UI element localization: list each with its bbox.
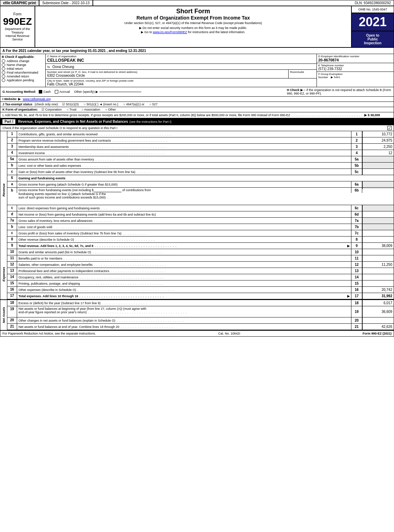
- name-change-label: Name change: [7, 63, 26, 67]
- row-1-num: 1: [7, 131, 17, 137]
- row-9: 9 Total revenue. Add lines 1, 2, 3, 4, 5…: [7, 243, 394, 249]
- row-5a-amount: [362, 156, 394, 162]
- app-pending-circle: [2, 78, 5, 82]
- row-18-num: 18: [7, 300, 17, 306]
- final-return-circle: [2, 71, 5, 74]
- org-name: CELLOSPEAK INC: [47, 58, 315, 63]
- row-7c-num: c: [7, 230, 17, 236]
- row-8-dots: . . . . . . . . . . . . . . . . . . . . …: [75, 238, 348, 241]
- omb-year-block: OMB No. 1545-0047 2021 Open to Public In…: [352, 6, 394, 47]
- form-subtitle: Under section 501(c), 527, or 4947(a)(1)…: [38, 21, 348, 25]
- net-assets-content: 18 Excess or (deficit) for the year (Sub…: [7, 300, 394, 330]
- other-label: Other (specify) ▶: [74, 90, 98, 93]
- omb-number: OMB No. 1545-0047: [352, 6, 394, 13]
- row-17: 17 Total expenses. Add lines 10 through …: [7, 293, 394, 299]
- row-6b-desc1: Gross income from fundraising events (no…: [18, 188, 151, 192]
- street-value: 6302 Crosswoods Circle: [47, 74, 287, 77]
- accrual-label: Accrual: [59, 90, 70, 93]
- row-9-linenum: 9: [351, 243, 362, 249]
- assoc-option: ○ Association: [82, 108, 100, 111]
- l-dots: . . . . . . . . . . . . . . . . . . . . …: [291, 113, 364, 117]
- cash-option: Cash: [39, 90, 51, 93]
- row-4-linenum: 4: [351, 150, 362, 156]
- row-13-desc: Professional fees and other payments to …: [17, 268, 351, 274]
- footer-left: For Paperwork Reduction Act Notice, see …: [2, 332, 96, 335]
- row-17-num: 17: [7, 293, 17, 299]
- expenses-section: Expenses 10 Grants and similar amounts p…: [0, 249, 394, 299]
- row-19-linenum: 19: [351, 306, 362, 317]
- row-6-spacer: [351, 175, 394, 181]
- row-7b: b Less: cost of goods sold . . . . . . .…: [7, 224, 394, 230]
- row-15: 15 Printing, publications, postage, and …: [7, 280, 394, 287]
- row-2-linenum: 2: [351, 137, 362, 143]
- trust-option: ○ Trust: [67, 108, 76, 111]
- row-7a: 7a Gross sales of inventory, less return…: [7, 218, 394, 224]
- other-option: Other (specify) ▶: [74, 90, 141, 93]
- row-6b-dots: . .: [107, 196, 348, 199]
- row-17-linenum: 17: [351, 293, 362, 299]
- row-6c-dots: . . .: [101, 207, 348, 210]
- check-line-row: Check if the organization used Schedule …: [0, 125, 394, 131]
- row-5c-linenum: 5c: [351, 169, 362, 175]
- row-6a-num: a: [7, 181, 17, 187]
- row-7c-linenum: 7c: [351, 230, 362, 236]
- row-6c-num: c: [7, 205, 17, 211]
- row-2-desc: Program service revenue including govern…: [17, 137, 351, 143]
- row-15-desc: Printing, publications, postage, and shi…: [17, 280, 351, 286]
- row-20: 20 Other changes in net assets or fund b…: [7, 317, 394, 324]
- row-9-amount: 38,009: [362, 243, 394, 249]
- dept-line2: Treasury: [11, 31, 23, 34]
- row-14: 14 Occupancy, rent, utilities, and maint…: [7, 274, 394, 280]
- form-page: efile GRAPHIC print Submission Date - 20…: [0, 0, 394, 337]
- row-4-desc: Investment income . . . . . . . . . . . …: [17, 150, 351, 156]
- row-6a: a Gross income from gaming (attach Sched…: [7, 181, 394, 188]
- check-b-block: B Check if applicable: Address change Na…: [0, 54, 46, 87]
- website-row: I Website: ▶ www.cellospeak.org: [0, 97, 394, 102]
- irs-link[interactable]: www.irs.gov/Form990EZ: [153, 30, 187, 34]
- form-number-block: Form 990EZ Department of the Treasury In…: [0, 6, 35, 47]
- row-11-amount: [362, 255, 394, 261]
- tax-year: 2021: [352, 13, 394, 31]
- row-5c-amount: [362, 169, 394, 175]
- part-i-note: (see the instructions for Part I): [129, 120, 172, 123]
- row-6d-amount: [362, 211, 394, 217]
- part-i-header: Part I Revenue, Expenses, and Changes in…: [0, 118, 394, 125]
- row-7a-linenum: 7a: [351, 218, 362, 224]
- row-19: 19 Net assets or fund balances at beginn…: [7, 306, 394, 317]
- row-6c-desc: Less: direct expenses from gaming and fu…: [17, 205, 351, 211]
- row-5b-desc: Less: cost or other basis and sales expe…: [17, 163, 351, 168]
- i-label: I Website: ▶: [2, 97, 21, 101]
- form-label: Form: [13, 12, 21, 16]
- row-5c: c Gain or (loss) from sale of assets oth…: [7, 169, 394, 175]
- net-assets-section: Net Assets 18 Excess or (deficit) for th…: [0, 299, 394, 330]
- j-sub: (check only one):: [35, 103, 59, 106]
- row-6b-desc: Gross income from fundraising events (no…: [17, 188, 351, 200]
- expenses-side-label: Expenses: [2, 267, 6, 282]
- final-return-label: Final return/terminated: [7, 71, 38, 74]
- website-url[interactable]: www.cellospeak.org: [23, 97, 51, 101]
- row-6b-linenum: 6b: [351, 188, 362, 193]
- accrual-option: Accrual: [55, 90, 70, 93]
- form-title-block: Short Form Return of Organization Exempt…: [35, 6, 352, 47]
- row-3: 3 Membership dues and assessments . . . …: [7, 144, 394, 150]
- row-13: 13 Professional fees and other payments …: [7, 268, 394, 274]
- row-17-desc: Total expenses. Add lines 10 through 16 …: [17, 293, 351, 299]
- row-10-desc: Grants and similar amounts paid (list in…: [17, 249, 351, 255]
- row-3-desc: Membership dues and assessments . . . . …: [17, 144, 351, 150]
- row-18: 18 Excess or (deficit) for the year (Sub…: [7, 300, 394, 306]
- h-label: H Check ▶: [287, 88, 303, 92]
- net-assets-side-label: Net Assets: [2, 307, 6, 323]
- row-6b-amount: [362, 188, 394, 189]
- row-6d-num: d: [7, 211, 17, 217]
- top-bar: efile GRAPHIC print Submission Date - 20…: [0, 0, 394, 6]
- form-header: Form 990EZ Department of the Treasury In…: [0, 6, 394, 48]
- row-21: 21 Net assets or fund balances at end of…: [7, 324, 394, 330]
- row-8-linenum: 8: [351, 237, 362, 242]
- row-7b-num: b: [7, 224, 17, 230]
- row-4-dots: . . . . . . . . . . . . . . . . . . . . …: [46, 151, 348, 155]
- h-check-block: H Check ▶ ○ if the organization is not r…: [287, 88, 392, 95]
- room-block: Room/suite: [289, 70, 317, 78]
- row-13-linenum: 13: [351, 268, 362, 274]
- check-amended-return: Amended return: [2, 75, 44, 78]
- row-6-num: 6: [7, 175, 17, 181]
